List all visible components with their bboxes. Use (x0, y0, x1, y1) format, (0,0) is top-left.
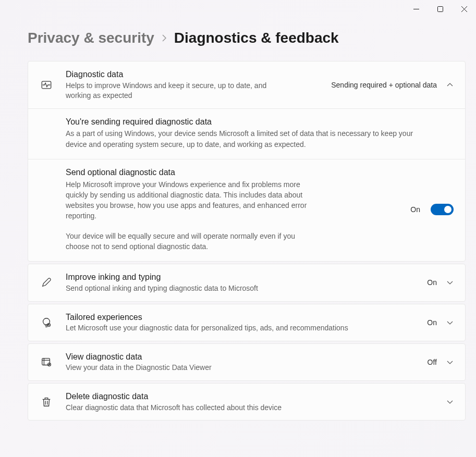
inking-desc: Send optional inking and typing diagnost… (66, 283, 427, 294)
heartbeat-icon (40, 78, 53, 92)
inking-panel: Improve inking and typing Send optional … (28, 264, 466, 301)
page-title: Diagnostics & feedback (174, 30, 339, 46)
chevron-right-icon (162, 34, 167, 42)
diagnostic-status: Sending required + optional data (331, 81, 437, 89)
optional-diagnostic-section: Send optional diagnostic data Help Micro… (28, 159, 465, 261)
diagnostic-data-title: Diagnostic data (66, 69, 331, 80)
chevron-down-icon (446, 398, 454, 405)
optional-diagnostic-toggle[interactable] (431, 204, 454, 215)
diagnostic-data-panel: Diagnostic data Helps to improve Windows… (28, 61, 466, 262)
close-button[interactable] (452, 2, 476, 17)
diagnostic-data-desc: Helps to improve Windows and keep it sec… (66, 81, 290, 101)
inking-title: Improve inking and typing (66, 271, 427, 283)
optional-desc2: Your device will be equally secure and w… (66, 231, 316, 252)
svg-rect-8 (42, 358, 50, 365)
data-view-icon (40, 355, 53, 369)
svg-rect-1 (437, 7, 443, 12)
delete-data-panel: Delete diagnostic data Clear diagnostic … (28, 383, 466, 421)
inking-row[interactable]: Improve inking and typing Send optional … (28, 264, 465, 301)
pen-icon (40, 276, 53, 289)
lightbulb-icon (40, 316, 53, 329)
view-data-desc: View your data in the Diagnostic Data Vi… (66, 363, 428, 373)
chevron-down-icon (446, 359, 454, 366)
delete-data-desc: Clear diagnostic data that Microsoft has… (66, 403, 446, 413)
view-data-row[interactable]: View diagnostic data View your data in t… (28, 344, 465, 380)
chevron-down-icon (446, 279, 454, 286)
delete-data-row[interactable]: Delete diagnostic data Clear diagnostic … (28, 384, 465, 420)
required-title: You're sending required diagnostic data (66, 116, 454, 128)
view-data-title: View diagnostic data (66, 351, 428, 363)
optional-title: Send optional diagnostic data (66, 167, 317, 178)
view-data-status: Off (428, 358, 437, 366)
optional-desc1: Help Microsoft improve your Windows expe… (66, 179, 317, 221)
tailored-desc: Let Microsoft use your diagnostic data f… (66, 323, 427, 334)
titlebar (0, 0, 476, 18)
trash-icon (40, 395, 53, 409)
tailored-status: On (427, 318, 437, 327)
required-diagnostic-section: You're sending required diagnostic data … (28, 109, 465, 159)
minimize-button[interactable] (404, 2, 428, 17)
tailored-row[interactable]: Tailored experiences Let Microsoft use y… (28, 304, 465, 341)
tailored-title: Tailored experiences (66, 312, 427, 323)
breadcrumb: Privacy & security Diagnostics & feedbac… (28, 30, 466, 46)
optional-toggle-label: On (410, 205, 420, 214)
tailored-panel: Tailored experiences Let Microsoft use y… (28, 304, 466, 341)
diagnostic-data-row[interactable]: Diagnostic data Helps to improve Windows… (28, 61, 465, 109)
view-data-panel: View diagnostic data View your data in t… (28, 343, 466, 381)
chevron-up-icon (446, 81, 454, 89)
inking-status: On (427, 278, 437, 287)
required-desc: As a part of using Windows, your device … (66, 128, 431, 150)
breadcrumb-parent[interactable]: Privacy & security (28, 30, 154, 46)
chevron-down-icon (446, 319, 454, 326)
maximize-button[interactable] (428, 2, 452, 17)
delete-data-title: Delete diagnostic data (66, 391, 446, 402)
